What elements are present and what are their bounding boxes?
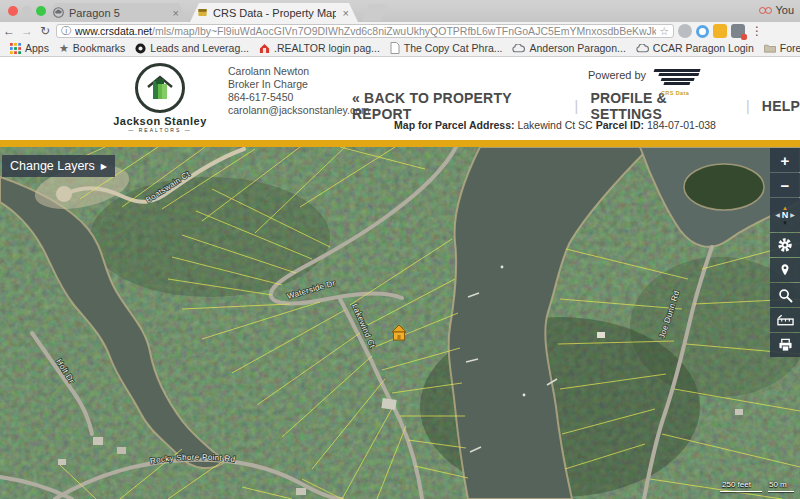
profile-badge-icon xyxy=(765,7,772,14)
reload-button[interactable]: ↻ xyxy=(36,24,54,38)
powered-by: Powered by CRS Data xyxy=(588,69,698,97)
tab-paragon[interactable]: Paragon 5 × xyxy=(46,3,188,22)
location-pin-icon xyxy=(778,262,792,278)
bookmark-label: The Copy Cat Phra... xyxy=(404,42,503,54)
zoom-out-button[interactable]: − xyxy=(770,173,800,197)
page-info-icon[interactable]: ⓘ xyxy=(61,24,71,38)
zoom-in-button[interactable]: + xyxy=(770,148,800,172)
agent-phone: 864-617-5450 xyxy=(228,91,370,104)
parcel-info-line: Map for Parcel Address: Lakewind Ct SC P… xyxy=(340,119,770,131)
settings-gear-button[interactable] xyxy=(770,233,800,257)
compass-down-icon: ▼ xyxy=(782,220,788,226)
zoom-window-button[interactable] xyxy=(36,6,46,16)
compass-control[interactable]: ▲ ◀N▶ ▼ xyxy=(770,198,800,232)
print-button[interactable] xyxy=(770,333,800,357)
bookmark-item-leads[interactable]: Leads and Leverag... xyxy=(135,42,249,54)
parcel-id-label: Parcel ID: xyxy=(596,119,644,131)
black-disc-icon xyxy=(135,43,146,54)
apps-grid-icon xyxy=(10,43,21,54)
tab-close-icon[interactable]: × xyxy=(341,7,351,19)
nav-back-to-report-link[interactable]: « BACK TO PROPERTY REPORT xyxy=(352,90,563,122)
bookmark-label: Apps xyxy=(25,42,49,54)
bookmark-label: CCAR Paragon Login xyxy=(653,42,754,54)
tab-crs-data[interactable]: CRS Data - Property Map for L × xyxy=(190,3,358,22)
bookmark-item-foreclosure[interactable]: Foreclosure Info xyxy=(764,42,800,54)
star-icon: ★ xyxy=(59,42,69,55)
compass-left-icon: ◀ xyxy=(775,212,780,218)
forward-button[interactable]: → xyxy=(18,24,36,38)
printer-icon xyxy=(778,338,793,352)
scale-bar-meters xyxy=(768,491,794,492)
bookmark-item-anderson-paragon[interactable]: Anderson Paragon... xyxy=(512,42,625,54)
agent-contact-block: Carolann Newton Broker In Charge 864-617… xyxy=(228,65,370,117)
accent-bar xyxy=(0,140,800,147)
scale-feet-label: 250 feet xyxy=(722,480,751,489)
extension-blue-ring-icon[interactable] xyxy=(696,25,709,38)
crs-data-logo-icon: CRS Data xyxy=(652,69,698,97)
bookmark-item-copycat[interactable]: The Copy Cat Phra... xyxy=(390,42,503,54)
tab-close-icon[interactable]: × xyxy=(171,7,181,19)
bookmark-label: Anderson Paragon... xyxy=(529,42,625,54)
new-tab-button[interactable] xyxy=(362,4,388,21)
bookmark-label: Leads and Leverag... xyxy=(150,42,249,54)
extension-badge-icon[interactable] xyxy=(731,24,745,38)
agent-email[interactable]: carolann@jacksonstanley.com xyxy=(228,104,370,117)
measure-button[interactable] xyxy=(770,308,800,332)
header-nav: « BACK TO PROPERTY REPORT | PROFILE & SE… xyxy=(352,90,800,122)
bookmark-label: .REALTOR login pag... xyxy=(274,42,380,54)
bookmark-item-apps[interactable]: Apps xyxy=(10,42,49,54)
site-header: Jackson Stanley — REALTORS — Carolann Ne… xyxy=(0,57,800,140)
brand-logo-icon xyxy=(135,63,185,113)
change-layers-label: Change Layers xyxy=(10,159,95,173)
brand-name: Jackson Stanley xyxy=(104,115,216,127)
bookmark-label: Foreclosure Info xyxy=(780,42,800,54)
realtor-red-icon xyxy=(259,43,270,54)
agent-name: Carolann Newton xyxy=(228,65,370,78)
extension-eye-icon[interactable] xyxy=(678,24,692,38)
compass-right-icon: ▶ xyxy=(790,212,795,218)
crs-favicon-icon xyxy=(197,7,208,18)
bookmark-page-star-icon[interactable]: ☆ xyxy=(659,25,669,38)
back-button[interactable]: ← xyxy=(0,24,18,38)
map-search-button[interactable] xyxy=(770,283,800,307)
browser-chrome: Paragon 5 × CRS Data - Property Map for … xyxy=(0,0,800,57)
scale-meters-label: 50 m xyxy=(769,480,787,489)
minimize-window-button[interactable] xyxy=(22,6,32,16)
url-text: www.crsdata.net/mls/map/lby~Fl9iuWdAocGI… xyxy=(75,25,656,37)
scale-bar-feet xyxy=(720,491,762,492)
folder-icon xyxy=(764,43,776,53)
bookmark-item-bookmarks[interactable]: ★ Bookmarks xyxy=(59,42,125,55)
url-domain: www.crsdata.net xyxy=(75,25,152,37)
profile-label: You xyxy=(775,4,794,16)
compass-north-label: N xyxy=(782,211,789,220)
bookmark-label: Bookmarks xyxy=(73,42,126,54)
nav-help-link[interactable]: HELP xyxy=(762,98,800,114)
extension-yellow-icon[interactable] xyxy=(713,24,727,38)
powered-by-label: Powered by xyxy=(588,69,646,81)
parcel-id-value: 184-07-01-038 xyxy=(647,119,716,131)
property-map[interactable]: Boatswain Ct Waterside Dr Lakewind Ct Jo… xyxy=(0,147,800,499)
bookmarks-bar: Apps ★ Bookmarks Leads and Leverag... .R… xyxy=(0,40,800,57)
profile-area[interactable]: You xyxy=(759,4,794,16)
bookmark-item-ccar-paragon[interactable]: CCAR Paragon Login xyxy=(636,42,754,54)
brand-logo: Jackson Stanley — REALTORS — xyxy=(104,63,216,133)
url-toolbar: ← → ↻ ⓘ www.crsdata.net/mls/map/lby~Fl9i… xyxy=(0,22,800,40)
change-layers-button[interactable]: Change Layers ▶ xyxy=(2,155,115,177)
paragon-cloud-icon xyxy=(53,7,64,18)
island xyxy=(684,164,764,210)
gear-icon xyxy=(777,237,793,253)
url-bar[interactable]: ⓘ www.crsdata.net/mls/map/lby~Fl9iuWdAoc… xyxy=(56,24,674,38)
crs-data-logo-text: CRS Data xyxy=(661,90,689,96)
cloud-icon xyxy=(512,44,525,53)
chevron-right-icon: ▶ xyxy=(101,162,107,171)
search-magnifier-icon xyxy=(778,288,793,303)
aerial-map-canvas: Boatswain Ct Waterside Dr Lakewind Ct Jo… xyxy=(0,147,800,499)
tab-bar: Paragon 5 × CRS Data - Property Map for … xyxy=(0,0,800,22)
bookmark-item-realtor[interactable]: .REALTOR login pag... xyxy=(259,42,380,54)
browser-menu-icon[interactable]: ⋮ xyxy=(751,24,763,38)
close-window-button[interactable] xyxy=(8,6,18,16)
tab-title: CRS Data - Property Map for L xyxy=(213,7,336,19)
add-marker-button[interactable] xyxy=(770,258,800,282)
url-path: /mls/map/lby~Fl9iuWdAocGIVn7O9DIWhZvd6c8… xyxy=(152,25,656,37)
nav-separator: | xyxy=(746,98,750,114)
